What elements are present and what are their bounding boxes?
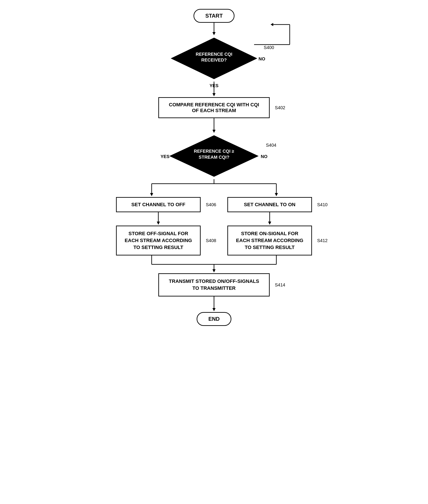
svg-text:STREAM CQI?: STREAM CQI? <box>199 155 229 160</box>
start-label: START <box>194 9 234 23</box>
arrow-s406-to-s408 <box>156 212 161 226</box>
s408-node: STORE OFF-SIGNAL FOR EACH STREAM ACCORDI… <box>116 226 201 256</box>
s410-wrapper: SET CHANNEL TO ON S410 <box>227 197 312 212</box>
svg-marker-32 <box>271 23 273 26</box>
svg-marker-15 <box>150 193 153 196</box>
start-node: START <box>194 9 234 23</box>
s410-text: SET CHANNEL TO ON <box>244 202 295 207</box>
svg-marker-6 <box>213 93 215 96</box>
svg-marker-21 <box>268 222 271 225</box>
s408-wrapper: STORE OFF-SIGNAL FOR EACH STREAM ACCORDI… <box>116 226 201 256</box>
svg-text:REFERENCE CQI: REFERENCE CQI <box>196 52 232 57</box>
s414-step-label: S414 <box>275 282 285 288</box>
s404-diamond-wrapper: REFERENCE CQI ≥ STREAM CQI? S404 YES NO <box>167 134 261 179</box>
s408-text: STORE OFF-SIGNAL FOR EACH STREAM ACCORDI… <box>125 231 192 250</box>
s404-no-label: NO <box>261 154 267 159</box>
s406-wrapper: SET CHANNEL TO OFF S406 <box>116 197 201 212</box>
s412-step-label: S412 <box>317 238 328 243</box>
s412-wrapper: STORE ON-SIGNAL FOR EACH STREAM ACCORDIN… <box>227 226 312 256</box>
s400-yes-label: YES <box>210 83 218 88</box>
s408-step-label: S408 <box>206 238 216 243</box>
s402-wrapper: COMPARE REFERENCE CQI WITH CQI OF EACH S… <box>158 97 270 118</box>
svg-marker-28 <box>213 308 215 311</box>
s412-text: STORE ON-SIGNAL FOR EACH STREAM ACCORDIN… <box>236 231 303 250</box>
svg-marker-19 <box>157 222 160 225</box>
s400-step-label: S400 <box>264 45 274 50</box>
arrow-s414-to-end <box>212 297 216 312</box>
s404-diamond-svg: REFERENCE CQI ≥ STREAM CQI? <box>167 134 261 178</box>
s402-node: COMPARE REFERENCE CQI WITH CQI OF EACH S… <box>158 97 270 118</box>
arrow-start-to-s400 <box>212 23 216 36</box>
arrow-s410-to-s412 <box>267 212 272 226</box>
s400-no-label: NO <box>259 56 265 61</box>
s402-text: COMPARE REFERENCE CQI WITH CQI OF EACH S… <box>169 102 259 113</box>
s412-node: STORE ON-SIGNAL FOR EACH STREAM ACCORDIN… <box>227 226 312 256</box>
s410-node: SET CHANNEL TO ON <box>227 197 312 212</box>
branch-section: SET CHANNEL TO OFF S406 STORE OFF-SIGNAL… <box>80 197 348 256</box>
svg-marker-17 <box>275 193 278 196</box>
merge-connector-svg <box>123 256 305 273</box>
s414-wrapper: TRANSMIT STORED ON/OFF-SIGNALS TO TRANSM… <box>158 273 270 297</box>
s400-diamond-wrapper: REFERENCE CQI RECEIVED? S400 NO YES <box>169 36 259 82</box>
s414-text: TRANSMIT STORED ON/OFF-SIGNALS TO TRANSM… <box>169 278 259 291</box>
s414-node: TRANSMIT STORED ON/OFF-SIGNALS TO TRANSM… <box>158 273 270 297</box>
s402-step-label: S402 <box>275 105 285 110</box>
s404-step-label: S404 <box>266 143 276 148</box>
s410-step-label: S410 <box>317 202 328 207</box>
svg-marker-1 <box>213 32 215 35</box>
svg-marker-26 <box>213 269 215 272</box>
s400-diamond-svg: REFERENCE CQI RECEIVED? <box>169 36 259 81</box>
svg-marker-8 <box>213 130 215 133</box>
svg-text:REFERENCE CQI ≥: REFERENCE CQI ≥ <box>194 149 234 154</box>
right-branch: SET CHANNEL TO ON S410 STORE ON-SIGNAL F… <box>223 197 316 256</box>
flowchart: START REFERENCE CQI RECEIVED? S400 NO YE… <box>80 9 348 326</box>
s406-step-label: S406 <box>206 202 216 207</box>
svg-text:RECEIVED?: RECEIVED? <box>201 58 227 62</box>
left-branch: SET CHANNEL TO OFF S406 STORE OFF-SIGNAL… <box>112 197 205 256</box>
s404-yes-label: YES <box>161 154 169 159</box>
arrow-s402-to-s404 <box>212 118 216 134</box>
s406-node: SET CHANNEL TO OFF <box>116 197 201 212</box>
end-label: END <box>197 312 232 326</box>
end-node: END <box>197 312 232 326</box>
branch-connector-svg <box>123 179 305 197</box>
s406-text: SET CHANNEL TO OFF <box>131 202 185 207</box>
